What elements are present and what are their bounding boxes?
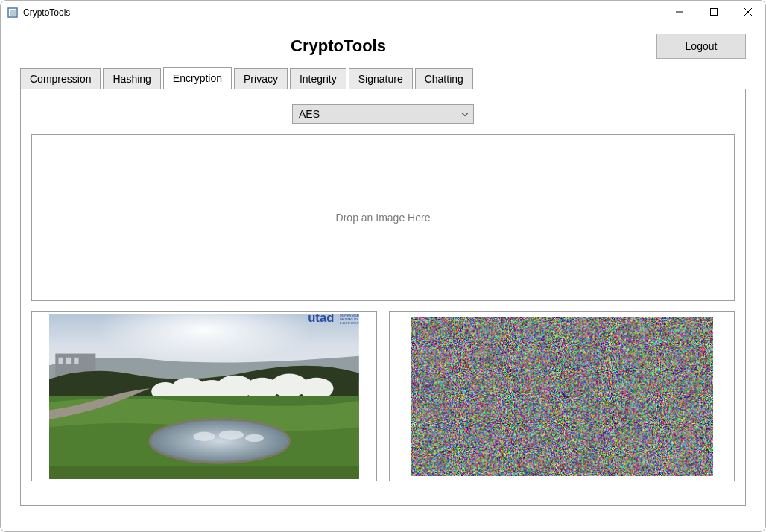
svg-point-24 — [245, 434, 264, 442]
tab-signature[interactable]: Signature — [349, 68, 413, 89]
encrypted-image — [411, 317, 714, 477]
tabs-container: Compression Hashing Encryption Privacy I… — [1, 66, 765, 506]
svg-point-22 — [193, 432, 215, 441]
dropzone-hint: Drop an Image Here — [336, 212, 431, 224]
svg-point-23 — [219, 431, 244, 440]
header-row: CryptoTools Logout — [1, 25, 765, 66]
window-title: CryptoTools — [23, 7, 70, 18]
window-controls — [662, 1, 765, 25]
encrypted-image-box — [389, 311, 735, 481]
svg-rect-1 — [10, 10, 16, 16]
algorithm-selected-label: AES — [299, 108, 320, 120]
tab-hashing[interactable]: Hashing — [103, 68, 160, 89]
svg-rect-11 — [74, 358, 78, 364]
app-icon — [7, 7, 19, 19]
original-image: utad UNIVERSIDADE DE TRÁS-OS-MONTES E AL… — [49, 314, 359, 478]
svg-rect-9 — [59, 358, 63, 364]
svg-point-17 — [300, 378, 334, 399]
minimize-button[interactable] — [662, 1, 697, 23]
images-row: utad UNIVERSIDADE DE TRÁS-OS-MONTES E AL… — [31, 311, 735, 481]
tab-integrity[interactable]: Integrity — [290, 68, 346, 89]
page-title: CryptoTools — [20, 37, 656, 56]
svg-rect-3 — [711, 9, 718, 16]
close-button[interactable] — [731, 1, 765, 23]
svg-line-4 — [744, 8, 752, 16]
algorithm-select[interactable]: AES — [292, 104, 474, 124]
tab-header: Compression Hashing Encryption Privacy I… — [20, 66, 746, 89]
algorithm-row: AES — [31, 104, 735, 124]
chevron-down-icon — [461, 110, 469, 118]
maximize-button[interactable] — [697, 1, 731, 23]
svg-text:utad: utad — [308, 314, 334, 325]
svg-line-5 — [744, 8, 752, 16]
tab-chatting[interactable]: Chatting — [415, 68, 473, 89]
tab-content-encryption: AES Drop an Image Here — [20, 89, 746, 506]
svg-rect-10 — [66, 358, 71, 364]
tab-encryption[interactable]: Encryption — [163, 67, 232, 89]
svg-rect-25 — [49, 466, 359, 479]
image-dropzone[interactable]: Drop an Image Here — [31, 134, 735, 301]
tab-privacy[interactable]: Privacy — [234, 68, 288, 89]
original-image-box: utad UNIVERSIDADE DE TRÁS-OS-MONTES E AL… — [31, 311, 377, 481]
tab-compression[interactable]: Compression — [20, 68, 101, 89]
svg-text:E ALTO DOURO: E ALTO DOURO — [340, 321, 359, 325]
window-titlebar: CryptoTools — [1, 1, 765, 25]
logout-button[interactable]: Logout — [656, 34, 746, 59]
